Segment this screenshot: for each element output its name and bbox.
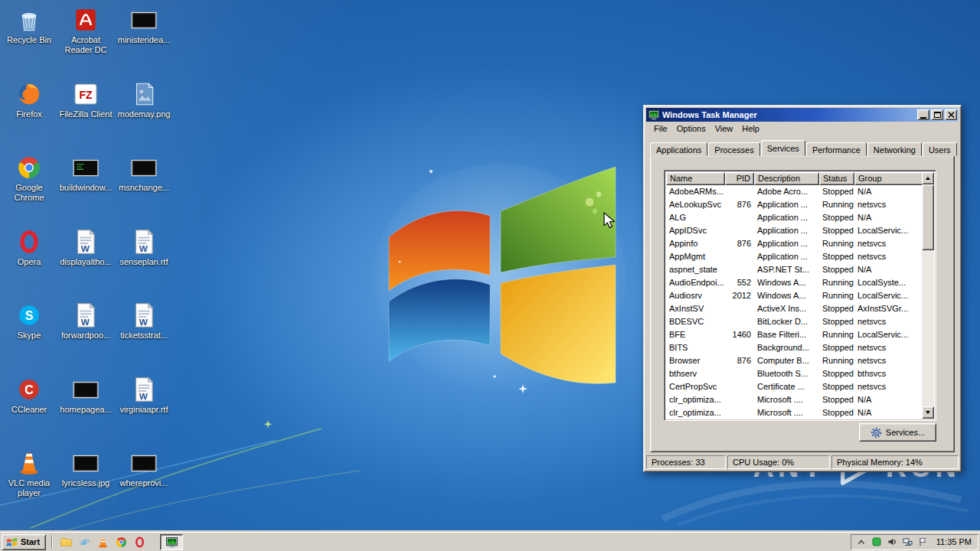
column-header-name[interactable]: Name: [666, 172, 725, 185]
desktop-icon-forwardpoo[interactable]: Wforwardpoo...: [58, 302, 113, 341]
service-name: AppIDSvc: [666, 224, 725, 237]
scroll-down-button[interactable]: [922, 406, 934, 419]
taskbar-clock[interactable]: 11:35 PM: [933, 537, 972, 546]
hidden-icons-icon[interactable]: [856, 536, 867, 548]
desktop-icon-whereprovi[interactable]: whereprovi...: [116, 449, 172, 488]
google-chrome-icon[interactable]: [113, 534, 129, 549]
service-description: ASP.NET St...: [754, 263, 819, 276]
desktop-icon-displayaltho[interactable]: Wdisplayaltho...: [58, 228, 113, 267]
service-description: ActiveX Ins...: [754, 302, 819, 315]
desktop-icon-label: CCleaner: [2, 405, 57, 415]
service-row-appidsvc[interactable]: AppIDSvcApplication ...StoppedLocalServi…: [666, 224, 922, 237]
vlc-icon[interactable]: [95, 534, 110, 549]
desktop-icon-opera[interactable]: Opera: [2, 228, 57, 267]
service-row-certpropsvc[interactable]: CertPropSvcCertificate ...Stoppednetsvcs: [666, 380, 922, 393]
svg-text:W: W: [81, 243, 90, 253]
service-row-bthserv[interactable]: bthservBluetooth S...Stoppedbthsvcs: [666, 367, 922, 380]
column-header-group[interactable]: Group: [854, 172, 922, 185]
scrollbar-thumb[interactable]: [922, 184, 934, 250]
desktop-icon-modemay-png[interactable]: modemay.png: [116, 80, 172, 119]
image-black-icon: [72, 376, 100, 403]
service-row-appmgmt[interactable]: AppMgmtApplication ...Stoppednetsvcs: [666, 250, 922, 263]
tab-services[interactable]: Services: [761, 140, 805, 156]
tab-applications[interactable]: Applications: [650, 142, 707, 156]
service-row-clr-optimiza[interactable]: clr_optimiza...Microsoft ....StoppedN/A: [666, 393, 922, 406]
service-row-bfe[interactable]: BFE1460Base Filteri...RunningLocalServic…: [666, 328, 922, 341]
vertical-scrollbar[interactable]: [922, 172, 934, 419]
start-button[interactable]: Start: [2, 534, 46, 550]
network-icon[interactable]: [902, 536, 913, 548]
action-center-icon[interactable]: [917, 536, 929, 548]
service-row-axinstsv[interactable]: AxInstSVActiveX Ins...StoppedAxInstSVGr.…: [666, 302, 922, 315]
desktop-icon-filezilla-client[interactable]: FZFileZilla Client: [58, 80, 113, 119]
image-black-icon: [130, 154, 158, 181]
internet-explorer-icon[interactable]: e: [77, 534, 92, 549]
desktop-icon-ticketsstrat[interactable]: Wticketsstrat...: [116, 302, 172, 341]
tab-performance[interactable]: Performance: [806, 142, 867, 156]
service-row-audiosrv[interactable]: Audiosrv2012Windows A...RunningLocalServ…: [666, 289, 922, 302]
service-pid: [725, 211, 754, 224]
service-pid: [725, 302, 754, 315]
desktop-icon-acrobat-reader-dc[interactable]: Acrobat Reader DC: [58, 6, 113, 55]
service-description: Application ...: [754, 211, 819, 224]
desktop-icon-senseplan-rtf[interactable]: Wsenseplan.rtf: [116, 228, 172, 267]
service-row-browser[interactable]: Browser876Computer B...Runningnetsvcs: [666, 354, 922, 367]
menu-view[interactable]: View: [710, 122, 738, 135]
tab-processes[interactable]: Processes: [708, 142, 760, 156]
service-pid: [725, 380, 754, 393]
service-name: AeLookupSvc: [666, 198, 725, 211]
opera-icon[interactable]: [132, 534, 147, 549]
desktop-icon-firefox[interactable]: Firefox: [2, 80, 57, 119]
windows-explorer-icon[interactable]: [58, 534, 74, 549]
services-button[interactable]: Services...: [859, 423, 936, 442]
column-header-status[interactable]: Status: [819, 172, 854, 185]
service-row-aelookupsvc[interactable]: AeLookupSvc876Application ...Runningnets…: [666, 198, 922, 211]
desktop-icon-vlc-media-player[interactable]: VLC media player: [2, 449, 57, 498]
menu-help[interactable]: Help: [737, 122, 764, 135]
column-header-pid[interactable]: PID: [725, 172, 754, 185]
tab-users[interactable]: Users: [923, 142, 957, 156]
desktop-icon-skype[interactable]: SSkype: [2, 302, 57, 341]
service-row-adobearms[interactable]: AdobeARMs...Adobe Acro...StoppedN/A: [666, 185, 922, 198]
service-row-bits[interactable]: BITSBackground...Stoppednetsvcs: [666, 341, 922, 354]
service-description: Adobe Acro...: [754, 185, 819, 198]
ccleaner-icon: C: [15, 376, 43, 403]
desktop-icon-recycle-bin[interactable]: Recycle Bin: [2, 6, 57, 45]
desktop-icon-label: whereprovi...: [116, 478, 172, 488]
service-row-alg[interactable]: ALGApplication ...StoppedN/A: [666, 211, 922, 224]
service-status: Stopped: [819, 315, 854, 328]
windows-flag-wallpaper: [374, 161, 626, 398]
menu-options[interactable]: Options: [672, 122, 710, 135]
services-tab-page: NamePIDDescriptionStatusGroup AdobeARMs.…: [650, 155, 955, 452]
desktop-icon-lyricsless-jpg[interactable]: lyricsless.jpg: [58, 449, 113, 488]
scroll-up-button[interactable]: [922, 172, 934, 184]
taskbar-button-task-manager[interactable]: [160, 534, 183, 550]
column-header-description[interactable]: Description: [754, 172, 819, 185]
desktop-icon-ministeridea[interactable]: ministeridea...: [116, 6, 172, 45]
desktop-icon-homepagea[interactable]: homepagea...: [58, 376, 113, 415]
service-row-appinfo[interactable]: Appinfo876Application ...Runningnetsvcs: [666, 237, 922, 250]
desktop-icon-buildwindow[interactable]: buildwindow...: [58, 154, 113, 193]
title-bar[interactable]: Windows Task Manager: [646, 108, 959, 122]
tab-networking[interactable]: Networking: [867, 142, 922, 156]
mouse-cursor: [602, 212, 617, 229]
service-group: netsvcs: [854, 380, 922, 393]
service-name: BDESVC: [666, 315, 725, 328]
service-row-clr-optimiza[interactable]: clr_optimiza...Microsoft ....StoppedN/A: [666, 406, 922, 419]
desktop-icon-google-chrome[interactable]: Google Chrome: [2, 154, 57, 203]
desktop-icon-label: Acrobat Reader DC: [58, 35, 113, 55]
maximize-button[interactable]: [931, 109, 943, 120]
close-button[interactable]: [945, 109, 957, 120]
service-row-bdesvc[interactable]: BDESVCBitLocker D...Stoppednetsvcs: [666, 315, 922, 328]
task-manager-window: Windows Task Manager FileOptionsViewHelp…: [643, 105, 962, 472]
service-row-audioendpoi[interactable]: AudioEndpoi...552Windows A...RunningLoca…: [666, 276, 922, 289]
minimize-button[interactable]: [917, 109, 929, 120]
desktop-icon-virginiaapr-rtf[interactable]: Wvirginiaapr.rtf: [116, 376, 172, 415]
service-group: N/A: [854, 185, 922, 198]
service-row-aspnet-state[interactable]: aspnet_stateASP.NET St...StoppedN/A: [666, 263, 922, 276]
volume-icon[interactable]: [887, 536, 898, 548]
desktop-icon-msnchange[interactable]: msnchange...: [116, 154, 172, 193]
desktop-icon-ccleaner[interactable]: CCCleaner: [2, 376, 57, 415]
menu-file[interactable]: File: [649, 122, 672, 135]
agent-icon[interactable]: [871, 536, 883, 548]
